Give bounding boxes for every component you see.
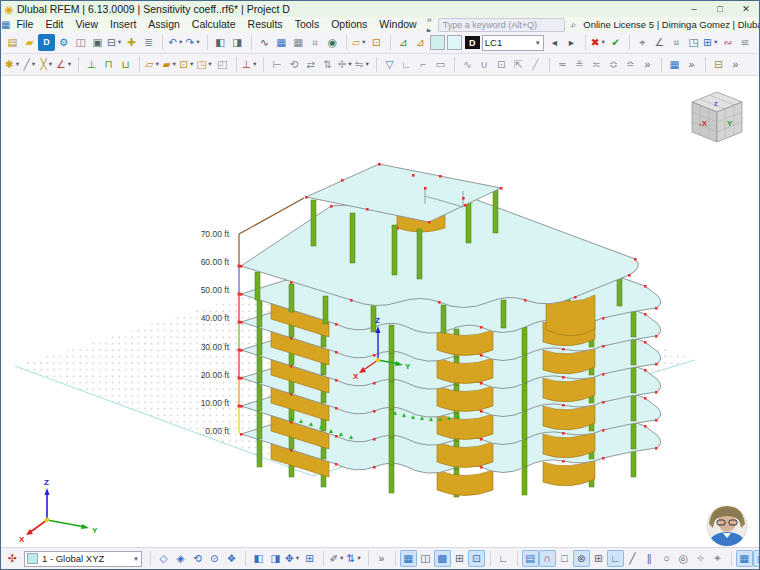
select-box-button[interactable]: ▭ [432, 56, 449, 73]
dimension-button[interactable]: ⇱ [510, 56, 527, 73]
new-model-button[interactable]: ▤ [4, 34, 21, 51]
diagonal-line-button[interactable]: ╱ [527, 56, 544, 73]
toolbar-overflow-chevron[interactable]: » [753, 34, 759, 51]
display-surfaces-button[interactable]: ▱▼ [351, 34, 368, 51]
toolbar-overflow-chevron[interactable]: » [727, 56, 744, 73]
load-case-select[interactable]: LC1 ▼ [482, 35, 544, 51]
chevron-down-icon[interactable]: ▼ [207, 56, 212, 73]
grid-toggle[interactable]: ▩ [434, 550, 451, 567]
apply-filter-button[interactable]: ✔ [607, 34, 624, 51]
view-in-direction-button[interactable]: ◈ [172, 550, 189, 567]
chevron-down-icon[interactable]: ▼ [364, 56, 369, 73]
navigator-panel-button[interactable]: ◧ [212, 34, 229, 51]
cube-face-z[interactable]: Z [714, 101, 718, 107]
cube-face-y[interactable]: Y [727, 119, 733, 128]
next-load-case-button[interactable]: ▸ [563, 34, 580, 51]
search-input[interactable] [438, 18, 565, 32]
corner-snap-toggle[interactable]: ∟ [607, 550, 624, 567]
chevron-down-icon[interactable]: ▼ [15, 56, 20, 73]
chevron-down-icon[interactable]: ▼ [154, 56, 159, 73]
save-view-button[interactable]: ◨ [267, 550, 284, 567]
grid-points-toggle[interactable]: ▤ [522, 550, 539, 567]
menu-file[interactable]: File [10, 17, 39, 32]
chevron-down-icon[interactable]: ▼ [601, 34, 606, 51]
object-snap-toggle[interactable]: ⊡ [468, 550, 485, 567]
save-button[interactable]: ▣ [89, 34, 106, 51]
chevron-down-icon[interactable]: ▼ [347, 56, 352, 73]
member-hinge-5-button[interactable]: ≏ [622, 56, 639, 73]
chevron-down-icon[interactable]: ▼ [171, 56, 176, 73]
calculator-button[interactable]: ⌗ [307, 34, 324, 51]
new-line-advanced-button[interactable]: ╳▼ [38, 56, 55, 73]
statusbar-overflow-chevron[interactable]: » [373, 550, 390, 567]
minimize-button[interactable]: – [681, 1, 707, 17]
new-truss-button[interactable]: ⊔ [117, 56, 134, 73]
new-node-button[interactable]: ✱▼ [4, 56, 21, 73]
view-options-button[interactable]: ✥▼ [284, 550, 301, 567]
printout-tables-button[interactable]: ▦ [290, 34, 307, 51]
new-member-button[interactable]: ⊥ [83, 56, 100, 73]
printout-report-button[interactable]: ≣ [140, 34, 157, 51]
menu-assign[interactable]: Assign [142, 17, 186, 32]
release-button[interactable]: ≌ [736, 34, 753, 51]
menu-calculate[interactable]: Calculate [186, 17, 242, 32]
pen-options-button[interactable]: ✐▼ [328, 550, 345, 567]
new-solid-button[interactable]: ◳▼ [195, 56, 213, 73]
menu-insert[interactable]: Insert [104, 17, 142, 32]
member-hinge-3-button[interactable]: ≍ [588, 56, 605, 73]
move-button[interactable]: ⇄ [302, 56, 319, 73]
move-vertical-button[interactable]: ⇅ [319, 56, 336, 73]
table-view-button[interactable]: ▦ [666, 56, 683, 73]
solid-tool-button[interactable]: ⊡ [493, 56, 510, 73]
chevron-down-icon[interactable]: ▼ [361, 34, 366, 51]
render-mode-button[interactable]: ◉ [324, 34, 341, 51]
toolbar-overflow-chevron[interactable]: » [639, 56, 656, 73]
menu-options[interactable]: Options [325, 17, 373, 32]
member-hinge-4-button[interactable]: ≎ [605, 56, 622, 73]
menu-tools[interactable]: Tools [289, 17, 326, 32]
point-snap-2-toggle[interactable]: ✦ [709, 550, 726, 567]
chevron-down-icon[interactable]: ▼ [356, 550, 361, 567]
maximize-button[interactable]: □ [707, 1, 733, 17]
chevron-down-icon[interactable]: ▼ [189, 56, 194, 73]
addon-status-icon[interactable]: ✣ [4, 550, 21, 567]
connection-button[interactable]: ∾ [719, 34, 736, 51]
dlubal-center-button[interactable]: D [38, 34, 55, 51]
tangent-snap-toggle[interactable]: ○ [658, 550, 675, 567]
edit-polyline-button[interactable]: ∟ [398, 56, 415, 73]
settings-button[interactable]: ⚙ [55, 34, 72, 51]
visual-style-button[interactable]: ⊡ [368, 34, 385, 51]
cartesian-toggle[interactable]: ∟ [495, 550, 512, 567]
chevron-down-icon[interactable]: ▼ [295, 550, 300, 567]
result-diagram-button[interactable]: ∿ [256, 34, 273, 51]
grid-measure-button[interactable]: ⌗ [668, 34, 685, 51]
background-color-swatch-1[interactable] [430, 35, 445, 50]
model-view-canvas[interactable]: 70.00 ft 60.00 ft 50.00 ft 40.00 ft 30.0… [1, 76, 759, 547]
tables-panel-button[interactable]: ◨ [229, 34, 246, 51]
parallel-snap-toggle[interactable]: ∥ [641, 550, 658, 567]
new-beam-button[interactable]: ⊓ [100, 56, 117, 73]
snap-toggle[interactable]: ⊞ [451, 550, 468, 567]
member-hinge-1-button[interactable]: ≖ [554, 56, 571, 73]
line-support-button[interactable]: ⊢ [268, 56, 285, 73]
chevron-down-icon[interactable]: ▼ [48, 56, 53, 73]
restore-view-button[interactable]: ⊞ [301, 550, 318, 567]
chevron-down-icon[interactable]: ▼ [67, 56, 72, 73]
line-snap-toggle[interactable]: ╱ [624, 550, 641, 567]
magnet-snap-toggle[interactable]: ∩ [539, 550, 556, 567]
full-view-button[interactable]: ❖ [223, 550, 240, 567]
chevron-down-icon[interactable]: ▼ [713, 34, 718, 51]
new-line-button[interactable]: ╱▼ [21, 56, 38, 73]
tables-button[interactable]: ▦ [273, 34, 290, 51]
cube-face-minus-x[interactable]: -X [699, 119, 708, 128]
chevron-down-icon[interactable]: ▼ [117, 34, 122, 51]
filter-loads-button[interactable]: ✖▼ [590, 34, 607, 51]
model-check-button[interactable]: ⊞▼ [702, 34, 719, 51]
new-view-button[interactable]: ◧ [250, 550, 267, 567]
coordinate-system-select[interactable]: 1 - Global XYZ ▼ [24, 551, 142, 567]
select-window-button[interactable]: ⌐ [415, 56, 432, 73]
clipping-plane-button[interactable]: ⊿ [412, 34, 429, 51]
new-opening-button[interactable]: ⊡▼ [178, 56, 195, 73]
undo-button[interactable]: ↶▼ [167, 34, 184, 51]
work-plane-toggle[interactable]: ◫ [417, 550, 434, 567]
